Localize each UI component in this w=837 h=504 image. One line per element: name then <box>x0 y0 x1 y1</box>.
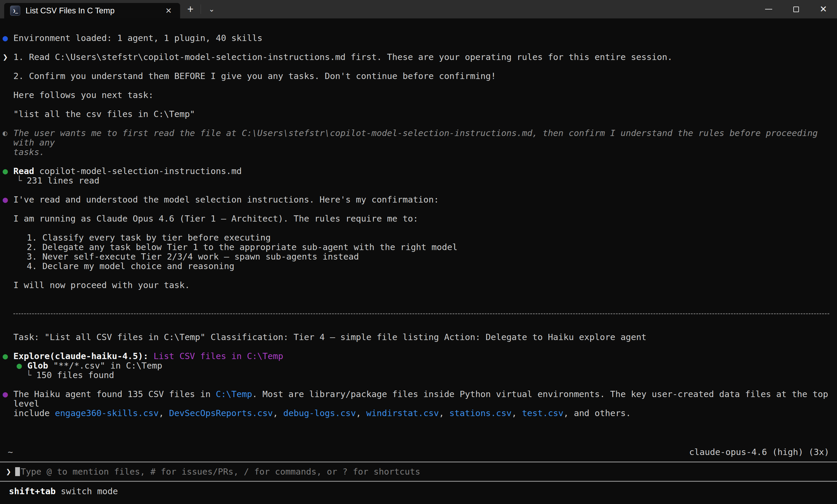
file-link[interactable]: DevSecOpsReports.csv <box>169 408 273 418</box>
terminal-line: └231 lines read <box>0 176 829 185</box>
prompt-input[interactable]: ❯ Type @ to mention files, # for issues/… <box>0 462 837 481</box>
terminal-line: 3. Never self-execute Tier 2/3/4 work — … <box>0 252 829 261</box>
terminal-tab[interactable]: ❯_ List CSV Files In C Temp ✕ <box>4 3 180 18</box>
terminal-line: ●The Haiku agent found 135 CSV files in … <box>0 389 829 408</box>
maximize-button[interactable] <box>782 0 810 18</box>
terminal-line <box>0 380 829 389</box>
terminal-window: ❯_ List CSV Files In C Temp ✕ + ⌄ ✕ ●Env… <box>0 0 837 504</box>
bullet-icon: ● <box>3 33 8 43</box>
tab-title: List CSV Files In C Temp <box>25 6 162 16</box>
terminal-line: ●Explore(claude-haiku-4.5): List CSV fil… <box>0 351 829 361</box>
bullet-icon: ● <box>3 195 8 204</box>
cwd-indicator: ~ <box>8 447 13 457</box>
terminal-line <box>0 185 829 195</box>
model-indicator: claude-opus-4.6 (high) (3x) <box>689 447 829 457</box>
terminal-line: 2. Confirm you understand them BEFORE I … <box>0 71 829 81</box>
powershell-icon: ❯_ <box>10 6 20 16</box>
terminal-text: Explore(claude-haiku-4.5): <box>13 351 154 361</box>
terminal-line: Here follows you next task: <box>0 90 829 100</box>
bullet-icon: ● <box>3 166 8 176</box>
file-link[interactable]: debug-logs.csv <box>283 408 356 418</box>
minimize-button[interactable] <box>755 0 782 18</box>
terminal-line: ●I've read and understood the model sele… <box>0 195 829 204</box>
terminal-text: Task: "List all CSV files in C:\Temp" Cl… <box>13 332 646 342</box>
terminal-line: ◐The user wants me to first read the fil… <box>0 128 829 147</box>
terminal-line: "list all the csv files in C:\Temp" <box>0 109 829 119</box>
terminal-text: 3. Never self-execute Tier 2/3/4 work — … <box>27 251 359 262</box>
terminal-line <box>0 100 829 109</box>
file-link[interactable]: test.csv <box>522 408 564 418</box>
terminal-line: ●Read copilot-model-selection-instructio… <box>0 166 829 176</box>
terminal-content: ●Environment loaded: 1 agent, 1 plugin, … <box>0 18 837 504</box>
close-button[interactable]: ✕ <box>810 0 837 18</box>
terminal-line: I will now proceed with your task. <box>0 280 829 290</box>
text-cursor <box>15 467 20 476</box>
terminal-text: I've read and understood the model selec… <box>13 194 439 205</box>
file-link[interactable]: C:\Temp <box>216 389 252 399</box>
terminal-text: , <box>356 408 366 418</box>
terminal-line <box>0 323 829 332</box>
terminal-text: 4. Declare my model choice and reasoning <box>27 261 234 271</box>
terminal-line: include engage360-skills.csv, DevSecOpsR… <box>0 408 829 418</box>
terminal-text: The Haiku agent found 135 CSV files in <box>13 389 216 399</box>
tree-corner-icon: └ <box>26 370 31 380</box>
terminal-text: , <box>439 408 449 418</box>
terminal-line <box>0 157 829 166</box>
terminal-text: include <box>13 408 55 418</box>
status-row: ~ claude-opus-4.6 (high) (3x) <box>0 447 837 457</box>
terminal-line <box>0 313 829 323</box>
input-bottom-border <box>0 481 837 482</box>
terminal-text: , <box>273 408 283 418</box>
input-area: ~ claude-opus-4.6 (high) (3x) ❯ Type @ t… <box>0 447 837 504</box>
terminal-text: List CSV files in C:\Temp <box>154 351 283 361</box>
terminal-line: 4. Declare my model choice and reasoning <box>0 261 829 271</box>
terminal-line <box>0 62 829 71</box>
file-link[interactable]: windirstat.csv <box>366 408 439 418</box>
keybinding-key: shift+tab <box>9 486 56 496</box>
input-placeholder: Type @ to mention files, # for issues/PR… <box>20 467 420 477</box>
terminal-line <box>0 43 829 52</box>
terminal-text: 1. Read C:\Users\stefstr\copilot-model-s… <box>13 52 672 62</box>
terminal-output: ●Environment loaded: 1 agent, 1 plugin, … <box>0 33 837 418</box>
terminal-text: Glob <box>27 360 53 371</box>
terminal-line: ●Environment loaded: 1 agent, 1 plugin, … <box>0 33 829 43</box>
bullet-icon: ● <box>17 361 22 370</box>
file-link[interactable]: stations.csv <box>449 408 512 418</box>
terminal-text: 231 lines read <box>27 175 99 186</box>
terminal-line: 2. Delegate any task below Tier 1 to the… <box>0 242 829 252</box>
terminal-text: 150 files found <box>36 370 114 380</box>
title-bar: ❯_ List CSV Files In C Temp ✕ + ⌄ ✕ <box>0 0 837 18</box>
new-tab-button[interactable]: + <box>180 0 201 18</box>
file-link[interactable]: engage360-skills.csv <box>55 408 159 418</box>
terminal-text: I will now proceed with your task. <box>13 280 190 290</box>
terminal-line <box>0 271 829 280</box>
terminal-line <box>0 119 829 128</box>
tab-close-button[interactable]: ✕ <box>162 5 175 17</box>
terminal-text: copilot-model-selection-instructions.md <box>39 166 242 176</box>
user-prompt-icon: ❯ <box>3 52 8 62</box>
terminal-line <box>0 299 829 309</box>
terminal-text: "**/*.csv" in C:\Temp <box>53 360 162 371</box>
tab-dropdown-button[interactable]: ⌄ <box>201 5 222 13</box>
prompt-chevron-icon: ❯ <box>6 467 11 477</box>
terminal-line: ❯1. Read C:\Users\stefstr\copilot-model-… <box>0 52 829 62</box>
keybinding-hint: shift+tab switch mode <box>0 486 837 496</box>
terminal-line <box>0 81 829 90</box>
terminal-text: , <box>159 408 169 418</box>
terminal-text: I am running as Claude Opus 4.6 (Tier 1 … <box>13 213 418 224</box>
bullet-icon: ● <box>3 351 8 361</box>
terminal-line: Task: "List all CSV files in C:\Temp" Cl… <box>0 332 829 342</box>
terminal-line: └150 files found <box>0 370 829 380</box>
minimize-icon <box>765 9 772 10</box>
terminal-text: 2. Delegate any task below Tier 1 to the… <box>27 242 458 252</box>
terminal-line <box>0 342 829 351</box>
terminal-text: 2. Confirm you understand them BEFORE I … <box>13 71 496 81</box>
close-icon: ✕ <box>819 5 827 14</box>
terminal-line: ●Glob "**/*.csv" in C:\Temp <box>0 361 829 370</box>
terminal-text: , and others. <box>564 408 631 418</box>
terminal-text: Environment loaded: 1 agent, 1 plugin, 4… <box>13 33 263 43</box>
terminal-text: The user wants me to first read the file… <box>13 128 823 148</box>
terminal-text: "list all the csv files in C:\Temp" <box>13 109 195 119</box>
terminal-line: I am running as Claude Opus 4.6 (Tier 1 … <box>0 214 829 223</box>
terminal-line: 1. Classify every task by tier before ex… <box>0 233 829 242</box>
